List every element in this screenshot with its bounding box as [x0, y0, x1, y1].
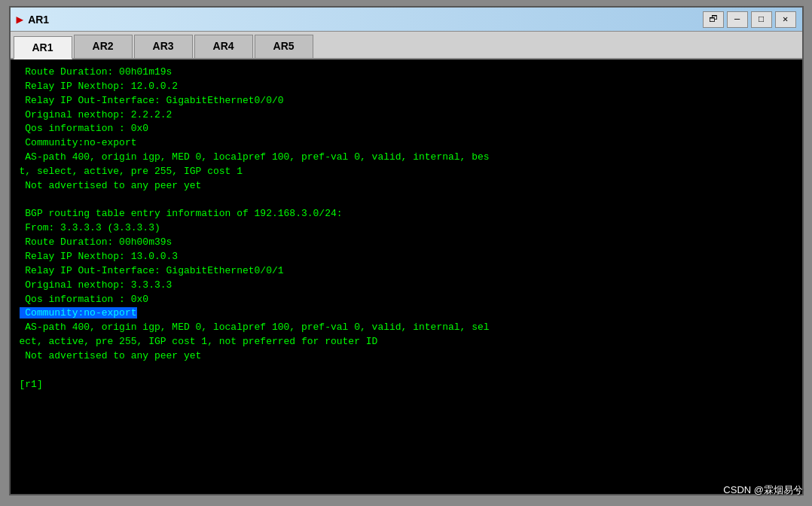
restore-button[interactable]: 🗗 — [703, 11, 724, 28]
tab-ar1[interactable]: AR1 — [14, 36, 72, 59]
maximize-button[interactable]: □ — [751, 11, 772, 28]
tab-ar3[interactable]: AR3 — [134, 35, 193, 58]
main-window: ▶ AR1 🗗 — □ ✕ AR1 AR2 AR3 AR4 AR5 Route … — [9, 6, 804, 495]
close-button[interactable]: ✕ — [775, 11, 796, 28]
minimize-button[interactable]: — — [727, 11, 748, 28]
window-controls: 🗗 — □ ✕ — [703, 11, 796, 28]
title-bar: ▶ AR1 🗗 — □ ✕ — [11, 8, 802, 32]
tab-ar5[interactable]: AR5 — [255, 35, 313, 58]
app-icon: ▶ — [17, 12, 24, 27]
terminal-output[interactable]: Route Duration: 00h01m19s Relay IP Nexth… — [11, 59, 802, 494]
window-title: AR1 — [28, 14, 49, 26]
tab-bar: AR1 AR2 AR3 AR4 AR5 — [11, 32, 802, 59]
watermark: CSDN @霖烟易兮 — [723, 483, 803, 497]
tab-ar4[interactable]: AR4 — [194, 35, 253, 58]
title-bar-left: ▶ AR1 — [17, 12, 50, 27]
tab-ar2[interactable]: AR2 — [74, 35, 133, 58]
